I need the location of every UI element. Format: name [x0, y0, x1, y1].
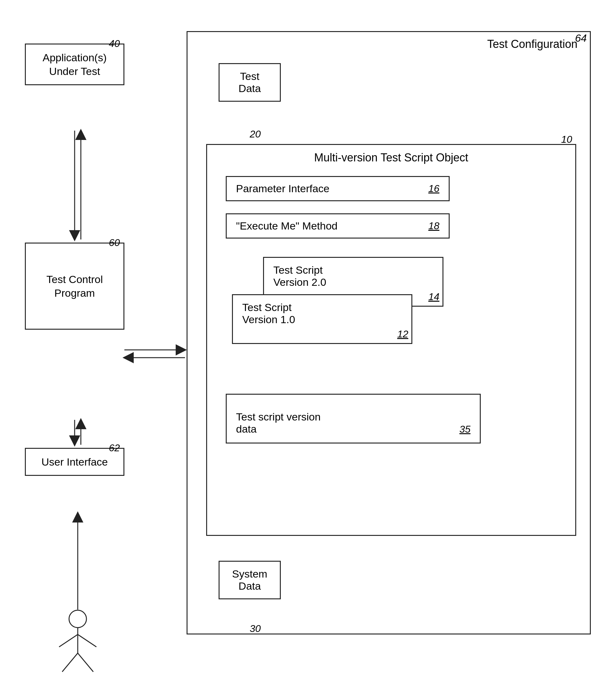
svg-point-7: [69, 610, 86, 628]
ts-v1-box: Test ScriptVersion 1.0 12: [232, 294, 412, 344]
app-label: Application(s) Under Test: [43, 52, 107, 77]
test-config-outer: Test Configuration 64 TestData 20 10 Mul…: [187, 31, 591, 635]
test-data-num: 20: [250, 128, 261, 140]
test-data-box: TestData: [219, 63, 281, 102]
system-data-label: SystemData: [232, 568, 267, 592]
param-interface-num: 16: [428, 183, 439, 194]
person-figure: [53, 610, 103, 678]
ts-data-box: Test script versiondata 35: [226, 394, 481, 444]
execute-method-num: 18: [428, 220, 439, 232]
param-interface-box: Parameter Interface 16: [226, 176, 450, 201]
diagram-container: Application(s) Under Test 40 Test Contro…: [12, 18, 603, 660]
execute-method-box: "Execute Me" Method 18: [226, 213, 450, 238]
ts-data-label: Test script versiondata: [236, 411, 320, 435]
app-box: Application(s) Under Test: [25, 43, 124, 85]
ts-data-num: 35: [459, 424, 470, 435]
tcp-num: 60: [109, 237, 120, 249]
mvtso-outer: 10 Multi-version Test Script Object Para…: [206, 144, 576, 536]
test-data-label: TestData: [238, 70, 261, 94]
system-data-box: SystemData: [219, 561, 281, 599]
app-num: 40: [109, 38, 120, 49]
tcp-label: Test Control Program: [35, 272, 114, 300]
param-interface-label: Parameter Interface: [236, 183, 329, 195]
ts-v1-num: 12: [397, 329, 408, 340]
test-config-label: Test Configuration: [487, 38, 577, 51]
svg-line-9: [59, 635, 78, 647]
mvtso-num: 10: [561, 134, 572, 145]
ui-num: 62: [109, 442, 120, 454]
svg-line-11: [62, 653, 78, 672]
svg-line-10: [78, 635, 97, 647]
ui-label: User Interface: [41, 456, 108, 468]
ts-v2-label: Test ScriptVersion 2.0: [273, 264, 326, 288]
tcp-box: Test Control Program: [25, 242, 124, 330]
system-data-num: 30: [250, 623, 261, 635]
config-number: 64: [575, 32, 587, 44]
execute-method-label: "Execute Me" Method: [236, 220, 338, 232]
svg-line-12: [78, 653, 93, 672]
mvtso-label: Multi-version Test Script Object: [314, 151, 468, 164]
ts-v1-label: Test ScriptVersion 1.0: [242, 301, 295, 325]
ts-v2-num: 14: [428, 291, 439, 303]
